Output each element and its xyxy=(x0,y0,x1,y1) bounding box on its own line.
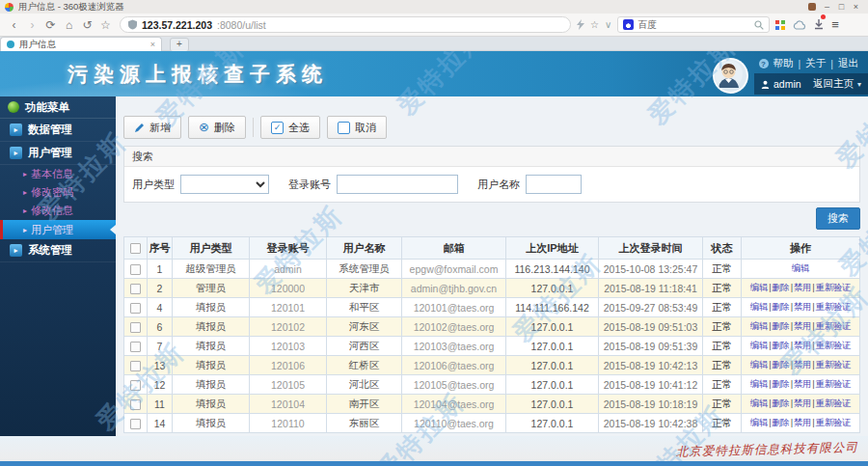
op-link[interactable]: 禁用 xyxy=(794,378,811,389)
new-tab-button[interactable]: + xyxy=(170,38,189,52)
sidebar-subitem-user-mgmt-active[interactable]: ▸ 用户管理 xyxy=(0,220,116,239)
row-checkbox[interactable] xyxy=(130,380,141,391)
tab-user-info[interactable]: 用户信息 × xyxy=(0,37,162,51)
op-link[interactable]: 重新验证 xyxy=(815,301,851,312)
search-button[interactable]: 搜索 xyxy=(816,207,860,230)
op-link[interactable]: 重新验证 xyxy=(815,282,851,292)
magnifier-icon[interactable] xyxy=(754,20,764,30)
row-checkbox[interactable] xyxy=(130,322,141,333)
select-all-button[interactable]: ✓ 全选 xyxy=(260,116,320,139)
address-bar[interactable]: 123.57.221.203:8080/u/list xyxy=(120,16,571,33)
op-link[interactable]: 删除 xyxy=(772,417,789,427)
logout-link[interactable]: 退出 xyxy=(838,57,858,70)
op-link[interactable]: 禁用 xyxy=(794,359,811,370)
restore-tabs-icon[interactable]: ↺ xyxy=(79,18,95,32)
add-button[interactable]: 新增 xyxy=(123,116,181,139)
sidebar-subitem-basic-info[interactable]: ▸ 基本信息 xyxy=(0,165,116,183)
sidebar-subitem-change-password[interactable]: ▸ 修改密码 xyxy=(0,183,116,202)
sidebar-subitem-modify-info[interactable]: ▸ 修改信息 xyxy=(0,202,116,220)
apps-grid-icon[interactable] xyxy=(775,20,785,30)
col-email: 120110@taes.org xyxy=(402,414,506,433)
col-status: 正常 xyxy=(703,317,742,337)
row-checkbox[interactable] xyxy=(130,419,141,429)
op-link[interactable]: 重新验证 xyxy=(815,378,851,389)
op-link[interactable]: 禁用 xyxy=(794,397,811,408)
caret-down-icon[interactable]: ▾ xyxy=(857,80,861,89)
header-user-name: 用户名称 xyxy=(327,237,402,260)
op-link[interactable]: 编辑 xyxy=(750,320,768,331)
favorites-icon[interactable]: ☆ xyxy=(97,18,114,32)
row-checkbox[interactable] xyxy=(130,284,141,294)
op-link[interactable]: 删除 xyxy=(772,301,789,312)
col-user-name: 河西区 xyxy=(327,337,402,356)
forward-icon[interactable]: › xyxy=(24,18,41,32)
op-link[interactable]: 编辑 xyxy=(792,262,809,273)
menu-icon[interactable]: ≡ xyxy=(831,17,839,32)
row-checkbox[interactable] xyxy=(130,361,141,371)
row-checkbox[interactable] xyxy=(130,399,141,410)
col-email: 120102@taes.org xyxy=(402,317,506,337)
op-link[interactable]: 编辑 xyxy=(750,378,768,389)
op-link[interactable]: 编辑 xyxy=(750,301,768,312)
op-link[interactable]: 重新验证 xyxy=(815,359,851,370)
op-link[interactable]: 禁用 xyxy=(794,340,811,350)
tab-close-icon[interactable]: × xyxy=(150,40,155,49)
search-box[interactable]: 百度 xyxy=(617,16,770,33)
col-last-login-time: 2015-08-19 11:18:41 xyxy=(599,279,703,298)
bookmark-star-icon[interactable]: ☆ xyxy=(586,19,603,30)
search-submit-bar: 搜索 xyxy=(123,207,860,230)
row-checkbox[interactable] xyxy=(130,303,141,314)
login-account-input[interactable] xyxy=(337,175,458,194)
op-link[interactable]: 编辑 xyxy=(750,282,768,292)
op-link[interactable]: 禁用 xyxy=(794,320,811,331)
op-link[interactable]: 编辑 xyxy=(750,417,768,427)
op-link[interactable]: 重新验证 xyxy=(815,397,851,408)
op-link[interactable]: 删除 xyxy=(772,282,789,292)
sidebar-item-system-mgmt[interactable]: ▸ 系统管理 xyxy=(0,239,116,262)
select-all-checkbox[interactable] xyxy=(130,243,141,254)
home-icon[interactable]: ⌂ xyxy=(61,18,77,32)
back-icon[interactable]: ‹ xyxy=(6,18,22,32)
lightning-icon[interactable] xyxy=(577,19,584,30)
col-login-account: 120103 xyxy=(250,337,327,356)
op-link[interactable]: 编辑 xyxy=(750,359,768,370)
op-link[interactable]: 删除 xyxy=(772,378,789,389)
download-icon[interactable] xyxy=(814,16,824,34)
about-link[interactable]: 关于 xyxy=(805,57,826,70)
op-link[interactable]: 重新验证 xyxy=(815,417,851,427)
op-link[interactable]: 禁用 xyxy=(794,301,811,312)
sidebar-item-user-mgmt[interactable]: ▸ 用户管理 xyxy=(0,142,116,165)
col-user-name: 天津市 xyxy=(327,279,402,298)
op-link[interactable]: 编辑 xyxy=(750,340,768,350)
user-name-input[interactable] xyxy=(526,175,582,194)
cloud-icon[interactable] xyxy=(793,20,806,30)
op-link[interactable]: 编辑 xyxy=(750,397,768,408)
col-last-login-time: 2015-08-19 10:18:19 xyxy=(599,395,703,414)
op-link[interactable]: 删除 xyxy=(772,340,789,350)
help-link[interactable]: 帮助 xyxy=(773,57,794,70)
home-link[interactable]: 返回主页 xyxy=(813,77,854,91)
op-link[interactable]: 删除 xyxy=(772,397,789,408)
col-last-ip: 127.0.0.1 xyxy=(506,414,599,433)
cancel-button[interactable]: 取消 xyxy=(327,116,387,139)
op-link[interactable]: 删除 xyxy=(772,320,789,331)
row-checkbox[interactable] xyxy=(130,264,141,275)
close-button[interactable]: × xyxy=(849,0,863,14)
row-checkbox[interactable] xyxy=(130,342,141,352)
delete-button[interactable]: ⊗ 删除 xyxy=(188,116,246,139)
arrow-icon: ▸ xyxy=(23,226,27,234)
minimize-button[interactable]: – xyxy=(820,0,834,14)
sidebar-item-data-mgmt[interactable]: ▸ 数据管理 xyxy=(0,119,116,142)
refresh-icon[interactable]: ⟳ xyxy=(42,18,59,32)
skin-icon[interactable] xyxy=(808,3,816,11)
op-link[interactable]: 重新验证 xyxy=(815,340,851,350)
op-link[interactable]: 重新验证 xyxy=(815,320,851,331)
op-link[interactable]: 禁用 xyxy=(794,282,811,292)
col-last-login-time: 2015-08-19 10:42:38 xyxy=(599,414,703,433)
op-link[interactable]: 禁用 xyxy=(794,417,811,427)
col-last-ip: 127.0.0.1 xyxy=(506,279,599,298)
user-type-select[interactable] xyxy=(180,175,269,194)
op-link[interactable]: 删除 xyxy=(772,359,789,370)
chevron-down-icon[interactable]: ∨ xyxy=(605,19,611,30)
maximize-button[interactable]: □ xyxy=(834,0,849,14)
